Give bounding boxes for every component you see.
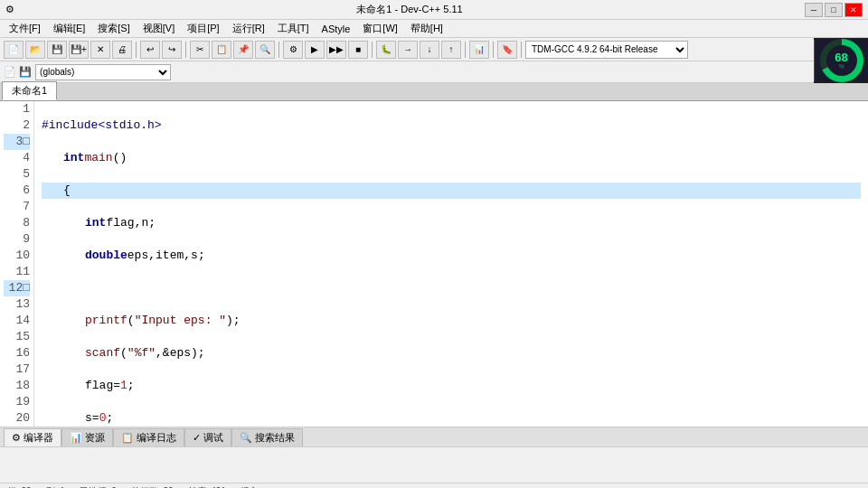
status-row: 行: 22 — [7, 485, 32, 489]
sep7 — [521, 42, 522, 58]
bottom-content — [0, 447, 868, 483]
main-toolbar: 📄 📂 💾 💾+ ✕ 🖨 ↩ ↪ ✂ 📋 📌 🔍 ⚙ ▶ ▶▶ ■ 🐛 → ↓ … — [0, 38, 814, 61]
scope-icons: 📄 💾 — [4, 66, 32, 78]
sep5 — [465, 42, 466, 58]
menu-file[interactable]: 文件[F] — [4, 22, 46, 35]
minimize-button[interactable]: ─ — [805, 3, 823, 17]
bottom-tabs: ⚙编译器 📊资源 📋编译日志 ✓调试 🔍搜索结果 — [0, 427, 868, 447]
menu-view[interactable]: 视图[V] — [137, 22, 180, 35]
compiler-select[interactable]: TDM-GCC 4.9.2 64-bit Release — [525, 41, 688, 59]
code-line-7: printf("Input eps: "); — [42, 313, 861, 329]
save-button[interactable]: 💾 — [47, 41, 67, 59]
sep6 — [493, 42, 494, 58]
code-line-8: scanf("%f",&eps); — [42, 345, 861, 361]
cpu-inner: 68 % — [826, 45, 857, 76]
undo-button[interactable]: ↩ — [140, 41, 160, 59]
sep4 — [372, 42, 373, 58]
cpu-value: 68 — [835, 52, 847, 63]
tab-resources[interactable]: 📊资源 — [61, 428, 113, 446]
find-button[interactable]: 🔍 — [255, 41, 275, 59]
titlebar: ⚙ 未命名1 - Dev-C++ 5.11 ─ □ ✕ — [0, 0, 868, 20]
menu-help[interactable]: 帮助[H] — [405, 22, 448, 35]
tab-compile-log[interactable]: 📋编译日志 — [113, 428, 184, 446]
tab-search-results[interactable]: 🔍搜索结果 — [231, 428, 303, 446]
code-line-6 — [42, 280, 861, 296]
window-title: 未命名1 - Dev-C++ 5.11 — [14, 3, 805, 16]
copy-button[interactable]: 📋 — [212, 41, 231, 59]
status-selected: 已选择: 0 — [80, 485, 117, 489]
code-line-4: int flag,n; — [42, 215, 861, 231]
save-all-button[interactable]: 💾+ — [69, 41, 89, 59]
code-line-9: flag = 1; — [42, 378, 861, 394]
resources-icon: 📊 — [70, 432, 82, 443]
line-numbers: 1 2 3□ 4 5 6 7 8 9 10 11 12□ 13 14 15 16… — [0, 101, 34, 427]
tab-debug[interactable]: ✓调试 — [184, 428, 231, 446]
editor-area: 1 2 3□ 4 5 6 7 8 9 10 11 12□ 13 14 15 16… — [0, 101, 868, 427]
scope-toolbar: 📄 💾 (globals) — [0, 61, 814, 83]
code-line-1: #include<stdio.h> — [42, 117, 861, 134]
new-button[interactable]: 📄 — [4, 41, 24, 59]
code-line-5: double eps,item,s; — [42, 248, 861, 264]
status-total-lines: 总行数: 22 — [131, 485, 174, 489]
window-controls: ─ □ ✕ — [805, 3, 863, 17]
bottom-panel: ⚙编译器 📊资源 📋编译日志 ✓调试 🔍搜索结果 — [0, 427, 868, 483]
redo-button[interactable]: ↪ — [162, 41, 182, 59]
step-over[interactable]: → — [398, 41, 418, 59]
step-out[interactable]: ↑ — [441, 41, 461, 59]
menu-search[interactable]: 搜索[S] — [92, 22, 135, 35]
tab-bar: 未命名1 — [0, 83, 868, 101]
menubar: 文件[F] 编辑[E] 搜索[S] 视图[V] 项目[P] 运行[R] 工具[T… — [0, 20, 868, 38]
tab-unnamed1[interactable]: 未命名1 — [2, 81, 57, 100]
step-into[interactable]: ↓ — [420, 41, 439, 59]
title-icon: ⚙ — [5, 4, 14, 15]
bookmark-button[interactable]: 🔖 — [497, 41, 517, 59]
code-line-10: s = 0; — [42, 410, 861, 427]
menu-run[interactable]: 运行[R] — [227, 22, 270, 35]
tab-compiler[interactable]: ⚙编译器 — [4, 428, 61, 446]
debug-button[interactable]: 🐛 — [376, 41, 396, 59]
cpu-area: 68 % — [814, 40, 868, 81]
cpu-meter: 68 % — [820, 39, 863, 82]
cpu-percent: % — [838, 63, 844, 70]
close-file-button[interactable]: ✕ — [90, 41, 110, 59]
menu-edit[interactable]: 编辑[E] — [48, 22, 90, 35]
code-editor[interactable]: #include<stdio.h> int main() { int flag,… — [34, 101, 868, 427]
run-button[interactable]: ▶ — [305, 41, 325, 59]
status-insert: 插入 — [241, 485, 259, 489]
status-col: 列: 1 — [46, 485, 65, 489]
print-button[interactable]: 🖨 — [112, 41, 132, 59]
cut-button[interactable]: ✂ — [190, 41, 210, 59]
sep3 — [278, 42, 279, 58]
compile-button[interactable]: ⚙ — [283, 41, 303, 59]
profile-button[interactable]: 📊 — [469, 41, 489, 59]
statusbar: 行: 22 列: 1 已选择: 0 总行数: 22 长度: 431 插入 — [0, 483, 868, 488]
toolbars-area: 📄 📂 💾 💾+ ✕ 🖨 ↩ ↪ ✂ 📋 📌 🔍 ⚙ ▶ ▶▶ ■ 🐛 → ↓ … — [0, 38, 868, 83]
compiler-icon: ⚙ — [12, 432, 21, 443]
debug-icon: ✓ — [193, 432, 201, 443]
paste-button[interactable]: 📌 — [233, 41, 253, 59]
toolbars-left: 📄 📂 💾 💾+ ✕ 🖨 ↩ ↪ ✂ 📋 📌 🔍 ⚙ ▶ ▶▶ ■ 🐛 → ↓ … — [0, 38, 814, 83]
close-button[interactable]: ✕ — [844, 3, 863, 17]
compile-run-button[interactable]: ▶▶ — [326, 41, 346, 59]
menu-tools[interactable]: 工具[T] — [272, 22, 315, 35]
code-line-2: int main() — [42, 150, 861, 166]
menu-window[interactable]: 窗口[W] — [357, 22, 403, 35]
log-icon: 📋 — [121, 432, 134, 443]
search-results-icon: 🔍 — [240, 432, 252, 443]
sep1 — [136, 42, 137, 58]
status-length: 长度: 431 — [188, 485, 226, 489]
code-line-3: { — [42, 183, 861, 199]
maximize-button[interactable]: □ — [825, 3, 843, 17]
scope-select[interactable]: (globals) — [35, 64, 171, 80]
stop-button[interactable]: ■ — [348, 41, 368, 59]
menu-astyle[interactable]: AStyle — [316, 23, 356, 34]
open-button[interactable]: 📂 — [25, 41, 45, 59]
menu-project[interactable]: 项目[P] — [182, 22, 224, 35]
sep2 — [185, 42, 186, 58]
